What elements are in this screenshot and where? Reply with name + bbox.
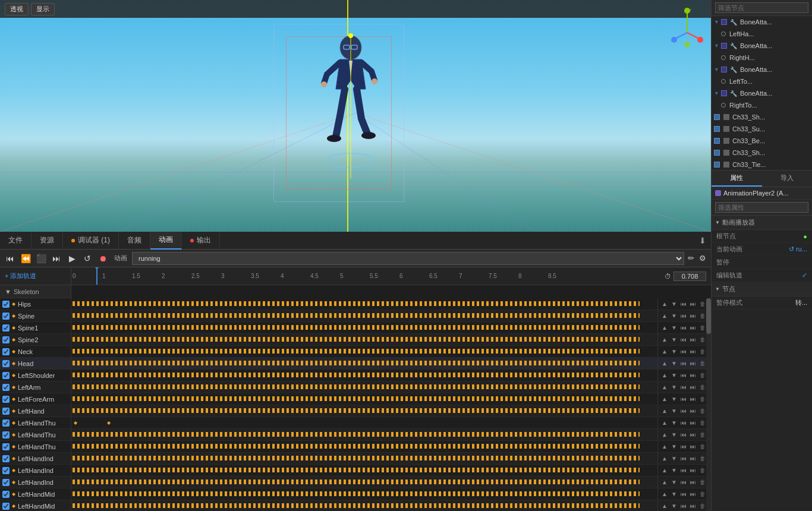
track-checkbox[interactable] [2, 313, 10, 320]
track-prev-key-btn[interactable]: ⏮ [679, 419, 688, 427]
node-filter-input[interactable] [715, 2, 808, 13]
track-prev-key-btn[interactable]: ⏮ [679, 395, 688, 403]
track-down-btn[interactable]: ▼ [670, 359, 678, 368]
play-button[interactable]: ▶ [65, 252, 78, 265]
tree-item-ch33-sh2[interactable]: Ch33_Sh... [712, 147, 812, 159]
track-prev-key-btn[interactable]: ⏮ [679, 371, 688, 380]
scrollbar-thumb[interactable] [706, 298, 711, 334]
display-mode-button[interactable]: 显示 [31, 3, 55, 15]
track-keyframes[interactable] [71, 370, 657, 381]
tab-animation[interactable]: 动画 [150, 232, 182, 250]
track-checkbox[interactable] [2, 372, 10, 379]
track-next-key-btn[interactable]: ⏭ [689, 478, 697, 487]
track-delete-btn[interactable]: 🗑 [698, 455, 707, 463]
tree-item-rightto[interactable]: RightTo... [712, 99, 812, 111]
tree-item-boneatta-4[interactable]: ▼ 🔧 BoneAtta... [712, 87, 812, 99]
track-delete-btn[interactable]: 🗑 [698, 324, 707, 332]
track-next-key-btn[interactable]: ⏭ [689, 419, 697, 427]
track-delete-btn[interactable]: 🗑 [698, 490, 707, 499]
track-checkbox[interactable] [2, 384, 10, 391]
track-down-btn[interactable]: ▼ [670, 455, 678, 463]
tree-item-leftha[interactable]: LeftHa... [712, 28, 812, 40]
track-prev-key-btn[interactable]: ⏮ [679, 455, 688, 463]
track-up-btn[interactable]: ▲ [660, 490, 669, 499]
track-down-btn[interactable]: ▼ [670, 371, 678, 380]
tree-item-boneatta-3[interactable]: ▼ 🔧 BoneAtta... [712, 64, 812, 75]
track-delete-btn[interactable]: 🗑 [698, 383, 707, 392]
track-checkbox[interactable] [2, 431, 10, 439]
track-prev-key-btn[interactable]: ⏮ [679, 324, 688, 332]
track-delete-btn[interactable]: 🗑 [698, 312, 707, 320]
section-anim-player-header[interactable]: ▼ 動画播放器 [712, 216, 812, 230]
track-prev-key-btn[interactable]: ⏮ [679, 490, 688, 499]
track-up-btn[interactable]: ▲ [660, 336, 669, 344]
track-prev-key-btn[interactable]: ⏮ [679, 466, 688, 475]
track-next-key-btn[interactable]: ⏭ [689, 324, 697, 332]
track-keyframes[interactable] [71, 393, 657, 405]
track-prev-key-btn[interactable]: ⏮ [679, 300, 688, 308]
track-keyframes[interactable] [71, 346, 657, 357]
anim-settings-button[interactable]: ⚙ [698, 253, 707, 264]
track-prev-key-btn[interactable]: ⏮ [679, 336, 688, 344]
track-up-btn[interactable]: ▲ [660, 443, 669, 451]
track-down-btn[interactable]: ▼ [670, 478, 678, 487]
tree-item-boneatta-1[interactable]: ▼ 🔧 BoneAtta... [712, 16, 812, 28]
track-prev-key-btn[interactable]: ⏮ [679, 359, 688, 368]
track-next-key-btn[interactable]: ⏭ [689, 300, 697, 308]
timeline-scrollbar[interactable] [706, 298, 711, 511]
track-up-btn[interactable]: ▲ [660, 455, 669, 463]
tree-item-righth[interactable]: RightH... [712, 52, 812, 64]
rewind-button[interactable]: ⏪ [19, 252, 32, 265]
tree-item-ch33-tie[interactable]: Ch33_Tie... [712, 159, 812, 171]
track-delete-btn[interactable]: 🗑 [698, 466, 707, 475]
track-down-btn[interactable]: ▼ [670, 431, 678, 439]
skeleton-header[interactable]: ▼ Skeleton [0, 285, 71, 298]
track-prev-key-btn[interactable]: ⏮ [679, 443, 688, 451]
track-keyframes[interactable] [71, 429, 657, 440]
track-checkbox[interactable] [2, 396, 10, 403]
track-keyframes[interactable] [71, 334, 657, 345]
track-prev-key-btn[interactable]: ⏮ [679, 502, 688, 510]
track-down-btn[interactable]: ▼ [670, 443, 678, 451]
record-button[interactable]: ⏺ [96, 252, 109, 265]
tab-properties[interactable]: 属性 [712, 171, 762, 187]
tree-item-ch33-sh[interactable]: Ch33_Sh... [712, 111, 812, 123]
track-prev-key-btn[interactable]: ⏮ [679, 348, 688, 356]
track-up-btn[interactable]: ▲ [660, 371, 669, 380]
time-input[interactable] [673, 272, 706, 281]
track-checkbox[interactable] [2, 419, 10, 427]
section-node-header[interactable]: ▼ 节点 [712, 282, 812, 296]
track-checkbox[interactable] [2, 324, 10, 332]
tab-import[interactable]: 导入 [762, 171, 813, 187]
track-keyframes[interactable] [71, 381, 657, 393]
track-checkbox[interactable] [2, 467, 10, 474]
tree-item-ch33-su[interactable]: Ch33_Su... [712, 123, 812, 135]
track-prev-key-btn[interactable]: ⏮ [679, 407, 688, 415]
track-down-btn[interactable]: ▼ [670, 336, 678, 344]
track-up-btn[interactable]: ▲ [660, 431, 669, 439]
track-delete-btn[interactable]: 🗑 [698, 371, 707, 380]
track-up-btn[interactable]: ▲ [660, 395, 669, 403]
track-prev-key-btn[interactable]: ⏮ [679, 431, 688, 439]
track-down-btn[interactable]: ▼ [670, 419, 678, 427]
track-keyframes[interactable] [71, 453, 657, 464]
playhead[interactable] [96, 267, 97, 285]
track-keyframes[interactable] [71, 298, 657, 310]
next-frame-button[interactable]: ⏭ [50, 252, 63, 265]
track-next-key-btn[interactable]: ⏭ [689, 312, 697, 320]
track-next-key-btn[interactable]: ⏭ [689, 407, 697, 415]
track-checkbox[interactable] [2, 479, 10, 486]
track-next-key-btn[interactable]: ⏭ [689, 502, 697, 510]
track-up-btn[interactable]: ▲ [660, 359, 669, 368]
view-mode-button[interactable]: 透视 [5, 3, 29, 15]
track-checkbox[interactable] [2, 503, 10, 510]
track-delete-btn[interactable]: 🗑 [698, 300, 707, 308]
track-delete-btn[interactable]: 🗑 [698, 502, 707, 510]
track-down-btn[interactable]: ▼ [670, 300, 678, 308]
track-next-key-btn[interactable]: ⏭ [689, 455, 697, 463]
track-checkbox[interactable] [2, 336, 10, 343]
track-checkbox[interactable] [2, 443, 10, 450]
loop-button[interactable]: ↺ [81, 252, 94, 265]
prev-frame-button[interactable]: ⏮ [4, 252, 17, 265]
track-up-btn[interactable]: ▲ [660, 348, 669, 356]
